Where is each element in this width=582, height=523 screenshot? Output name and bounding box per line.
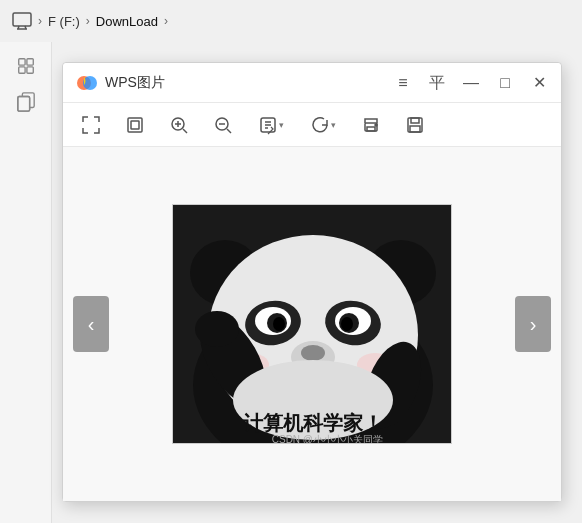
- svg-point-46: [301, 345, 325, 361]
- meme-image: 计算机科学家！ CSDN @小小小小关同学: [172, 204, 452, 444]
- breadcrumb-bar: › F (F:) › DownLoad ›: [0, 0, 582, 42]
- fullscreen-button[interactable]: [77, 111, 105, 139]
- svg-rect-9: [17, 97, 29, 112]
- pin-button[interactable]: 平: [427, 73, 447, 93]
- maximize-button[interactable]: □: [495, 73, 515, 93]
- title-bar: WPS图片 ≡ 平 — □ ✕: [63, 63, 561, 103]
- breadcrumb-chevron-2: ›: [86, 14, 90, 28]
- breadcrumb-chevron-1: ›: [38, 14, 42, 28]
- wps-logo-icon: [75, 71, 99, 95]
- zoom-in-button[interactable]: [165, 111, 193, 139]
- toolbar: ▾ ▾: [63, 103, 561, 147]
- svg-rect-5: [26, 59, 32, 65]
- sidebar-copy-icon[interactable]: [12, 88, 40, 116]
- wps-image-window: WPS图片 ≡ 平 — □ ✕: [62, 62, 562, 502]
- next-button[interactable]: ›: [515, 296, 551, 352]
- svg-rect-6: [18, 67, 24, 73]
- image-area: ‹: [63, 147, 561, 501]
- prev-button[interactable]: ‹: [73, 296, 109, 352]
- title-controls: ≡ 平 — □ ✕: [393, 73, 549, 93]
- svg-rect-7: [26, 67, 32, 73]
- fit-button[interactable]: [121, 111, 149, 139]
- window-title: WPS图片: [105, 74, 165, 92]
- svg-line-16: [183, 129, 187, 133]
- image-viewer: 计算机科学家！ CSDN @小小小小关同学: [172, 204, 452, 444]
- rotate-button[interactable]: ▾: [305, 111, 341, 139]
- breadcrumb-drive[interactable]: F (F:): [48, 14, 80, 29]
- monitor-icon: [12, 11, 32, 31]
- svg-point-44: [341, 317, 353, 331]
- edit-arrow: ▾: [279, 120, 284, 130]
- breadcrumb-folder[interactable]: DownLoad: [96, 14, 158, 29]
- minimize-button[interactable]: —: [461, 73, 481, 93]
- svg-rect-27: [367, 127, 375, 131]
- rotate-arrow: ▾: [331, 120, 336, 130]
- save-button[interactable]: [401, 111, 429, 139]
- svg-rect-4: [18, 59, 24, 65]
- breadcrumb-chevron-3: ›: [164, 14, 168, 28]
- svg-rect-0: [13, 13, 31, 26]
- svg-line-20: [227, 129, 231, 133]
- menu-button[interactable]: ≡: [393, 73, 413, 93]
- svg-rect-31: [410, 126, 420, 132]
- close-button[interactable]: ✕: [529, 73, 549, 93]
- print-button[interactable]: [357, 111, 385, 139]
- svg-text:CSDN @小小小小关同学: CSDN @小小小小关同学: [272, 434, 383, 444]
- zoom-out-button[interactable]: [209, 111, 237, 139]
- svg-point-51: [195, 311, 239, 347]
- svg-point-28: [375, 124, 377, 126]
- edit-button[interactable]: ▾: [253, 111, 289, 139]
- sidebar-nav-icon[interactable]: [12, 52, 40, 80]
- left-sidebar: [0, 42, 52, 523]
- svg-point-43: [273, 317, 285, 331]
- svg-rect-30: [411, 118, 419, 123]
- svg-text:计算机科学家！: 计算机科学家！: [243, 412, 383, 434]
- svg-rect-13: [128, 118, 142, 132]
- title-logo-area: WPS图片: [75, 71, 393, 95]
- svg-rect-14: [131, 121, 139, 129]
